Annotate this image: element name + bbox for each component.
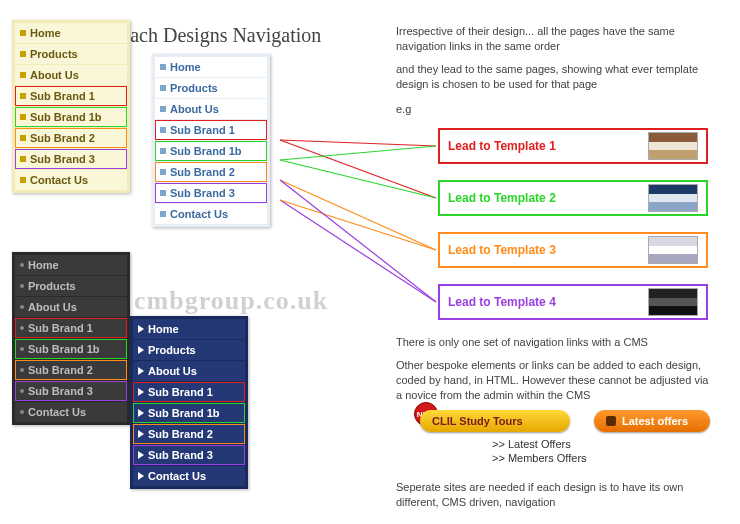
watermark: cmbgroup.co.uk bbox=[134, 286, 328, 316]
nav-item[interactable]: Sub Brand 1b bbox=[133, 403, 245, 423]
bullet-icon bbox=[20, 305, 24, 309]
nav-item[interactable]: Sub Brand 2 bbox=[155, 162, 267, 182]
nav-item-label: Sub Brand 1 bbox=[28, 322, 93, 334]
template-thumb bbox=[648, 236, 698, 264]
bullet-icon bbox=[20, 389, 24, 393]
nav-item[interactable]: Sub Brand 1b bbox=[15, 107, 127, 127]
nav-item[interactable]: Products bbox=[155, 78, 267, 98]
nav-item-label: About Us bbox=[30, 69, 79, 81]
latest-offers-button[interactable]: Latest offers bbox=[594, 410, 710, 432]
nav-item[interactable]: Contact Us bbox=[133, 466, 245, 486]
button-label: CLIL Study Tours bbox=[432, 415, 523, 427]
explainer-text-2: and they lead to the same pages, showing… bbox=[396, 62, 716, 92]
bullet-icon bbox=[20, 114, 26, 120]
nav-item[interactable]: Home bbox=[133, 319, 245, 339]
nav-item[interactable]: About Us bbox=[15, 65, 127, 85]
bullet-icon bbox=[138, 430, 144, 438]
bullet-icon bbox=[20, 368, 24, 372]
nav-item[interactable]: About Us bbox=[15, 297, 127, 317]
explainer-text-3: There is only one set of navigation link… bbox=[396, 335, 716, 350]
button-label: Latest offers bbox=[622, 415, 688, 427]
bullet-icon bbox=[20, 347, 24, 351]
explainer-text-4: Other bespoke elements or links can be a… bbox=[396, 358, 716, 403]
nav-item-label: Products bbox=[170, 82, 218, 94]
study-tours-button[interactable]: CLIL Study Tours bbox=[420, 410, 570, 432]
nav-item[interactable]: About Us bbox=[133, 361, 245, 381]
nav-item-label: Contact Us bbox=[30, 174, 88, 186]
bullet-icon bbox=[160, 169, 166, 175]
nav-item[interactable]: Sub Brand 3 bbox=[133, 445, 245, 465]
template-thumb bbox=[648, 184, 698, 212]
nav-item-label: Home bbox=[148, 323, 179, 335]
lead-template-2[interactable]: Lead to Template 2 bbox=[438, 180, 708, 216]
offer-link[interactable]: >> Members Offers bbox=[492, 452, 587, 464]
nav-item[interactable]: Sub Brand 1 bbox=[155, 120, 267, 140]
nav-item-label: Sub Brand 3 bbox=[30, 153, 95, 165]
offer-link[interactable]: >> Latest Offers bbox=[492, 438, 587, 450]
explainer-text-eg: e.g bbox=[396, 102, 716, 117]
nav-item-label: Sub Brand 1 bbox=[170, 124, 235, 136]
nav-item-label: Products bbox=[28, 280, 76, 292]
nav-item[interactable]: Sub Brand 1b bbox=[15, 339, 127, 359]
nav-item-label: Home bbox=[170, 61, 201, 73]
nav-item[interactable]: Products bbox=[15, 276, 127, 296]
nav-item[interactable]: Home bbox=[15, 255, 127, 275]
bullet-icon bbox=[20, 135, 26, 141]
nav-item[interactable]: Home bbox=[15, 23, 127, 43]
nav-item[interactable]: Contact Us bbox=[15, 170, 127, 190]
explainer-text-1: Irrespective of their design... all the … bbox=[396, 24, 716, 54]
bullet-icon bbox=[20, 156, 26, 162]
bullet-icon bbox=[160, 211, 166, 217]
nav-item-label: Home bbox=[30, 27, 61, 39]
nav-item[interactable]: Home bbox=[155, 57, 267, 77]
bullet-icon bbox=[160, 64, 166, 70]
nav-item-label: Products bbox=[30, 48, 78, 60]
nav-item-label: Sub Brand 1b bbox=[28, 343, 100, 355]
nav-item[interactable]: Sub Brand 3 bbox=[15, 381, 127, 401]
nav-item-label: Contact Us bbox=[148, 470, 206, 482]
nav-item-label: Sub Brand 1b bbox=[30, 111, 102, 123]
diagram-title: Each Designs Navigation bbox=[118, 24, 321, 47]
nav-item[interactable]: Sub Brand 1 bbox=[15, 86, 127, 106]
nav-item[interactable]: Contact Us bbox=[155, 204, 267, 224]
nav-item[interactable]: Sub Brand 1b bbox=[155, 141, 267, 161]
nav-panel-yellow: HomeProductsAbout UsSub Brand 1Sub Brand… bbox=[12, 20, 130, 193]
nav-item[interactable]: Sub Brand 1 bbox=[15, 318, 127, 338]
lead-template-4[interactable]: Lead to Template 4 bbox=[438, 284, 708, 320]
nav-item[interactable]: Sub Brand 1 bbox=[133, 382, 245, 402]
bullet-icon bbox=[20, 326, 24, 330]
nav-item-label: About Us bbox=[148, 365, 197, 377]
bullet-icon bbox=[160, 148, 166, 154]
nav-panel-dark: HomeProductsAbout UsSub Brand 1Sub Brand… bbox=[12, 252, 130, 425]
lead-template-1[interactable]: Lead to Template 1 bbox=[438, 128, 708, 164]
lead-label: Lead to Template 3 bbox=[448, 243, 556, 257]
bullet-icon bbox=[20, 30, 26, 36]
bullet-icon bbox=[20, 93, 26, 99]
nav-item[interactable]: About Us bbox=[155, 99, 267, 119]
bullet-icon bbox=[160, 85, 166, 91]
nav-item-label: Sub Brand 1 bbox=[30, 90, 95, 102]
lead-label: Lead to Template 2 bbox=[448, 191, 556, 205]
nav-item[interactable]: Sub Brand 2 bbox=[15, 128, 127, 148]
bullet-icon bbox=[160, 127, 166, 133]
nav-item[interactable]: Sub Brand 2 bbox=[15, 360, 127, 380]
offer-link-list: >> Latest Offers >> Members Offers bbox=[492, 438, 587, 466]
bullet-icon bbox=[20, 410, 24, 414]
template-thumb bbox=[648, 288, 698, 316]
nav-item[interactable]: Contact Us bbox=[15, 402, 127, 422]
bullet-icon bbox=[138, 409, 144, 417]
bullet-icon bbox=[138, 346, 144, 354]
lead-template-3[interactable]: Lead to Template 3 bbox=[438, 232, 708, 268]
lead-label: Lead to Template 4 bbox=[448, 295, 556, 309]
nav-item[interactable]: Sub Brand 3 bbox=[15, 149, 127, 169]
bullet-icon bbox=[138, 472, 144, 480]
nav-item[interactable]: Products bbox=[15, 44, 127, 64]
nav-item-label: Sub Brand 3 bbox=[170, 187, 235, 199]
bullet-icon bbox=[138, 367, 144, 375]
nav-item[interactable]: Sub Brand 2 bbox=[133, 424, 245, 444]
bullet-icon bbox=[20, 51, 26, 57]
nav-item-label: Sub Brand 1b bbox=[148, 407, 220, 419]
nav-item-label: Sub Brand 1b bbox=[170, 145, 242, 157]
nav-item[interactable]: Products bbox=[133, 340, 245, 360]
nav-item[interactable]: Sub Brand 3 bbox=[155, 183, 267, 203]
